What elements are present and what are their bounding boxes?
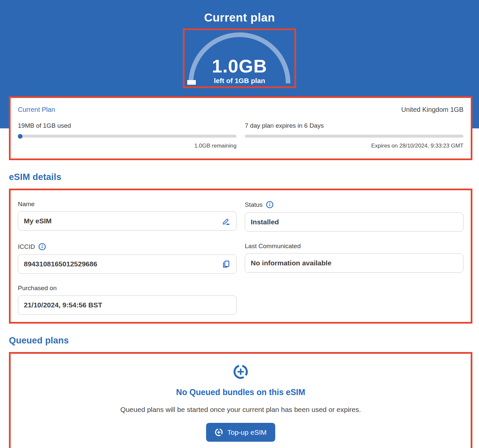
name-field-value: My eSIM bbox=[24, 217, 52, 225]
name-field[interactable]: My eSIM bbox=[18, 211, 237, 231]
time-usage-label: 7 day plan expires in 6 Days bbox=[245, 122, 463, 129]
field-status: Status Installed bbox=[245, 201, 463, 232]
last-communicated-field: No information available bbox=[245, 253, 463, 273]
pencil-icon bbox=[222, 217, 231, 226]
field-purchased-on: Purchased on 21/10/2024, 9:54:56 BST bbox=[18, 285, 237, 315]
top-up-esim-button[interactable]: Top-up eSIM bbox=[206, 423, 275, 442]
gauge-value: 1.0GB bbox=[185, 55, 294, 77]
data-usage-column: 19MB of 1GB used 1.0GB remaining bbox=[18, 122, 237, 149]
top-up-esim-button-label: Top-up eSIM bbox=[227, 428, 267, 436]
purchased-on-field: 21/10/2024, 9:54:56 BST bbox=[18, 295, 237, 315]
field-last-communicated: Last Communicated No information availab… bbox=[245, 243, 463, 274]
plan-region-label: United Kingdom 1GB bbox=[401, 106, 463, 113]
copy-iccid-button[interactable] bbox=[222, 260, 231, 269]
data-usage-progressbar bbox=[18, 135, 237, 138]
status-field-label: Status bbox=[245, 201, 263, 208]
add-to-queue-icon bbox=[215, 428, 223, 436]
queued-plans-heading: Queued plans bbox=[9, 336, 472, 346]
data-remaining-label: 1.0GB remaining bbox=[18, 143, 237, 149]
queued-empty-title: No Queued bundles on this eSIM bbox=[18, 387, 464, 397]
purchased-on-field-label: Purchased on bbox=[18, 285, 57, 292]
page-title: Current plan bbox=[0, 0, 479, 24]
expiry-label: Expires on 28/10/2024, 9:33:23 GMT bbox=[245, 143, 463, 149]
data-usage-label: 19MB of 1GB used bbox=[18, 122, 237, 129]
queued-empty-caption: Queued plans will be started once your c… bbox=[18, 406, 464, 414]
iccid-field-label: ICCID bbox=[18, 243, 35, 250]
annotation-box-gauge: 1.0GB left of 1GB plan bbox=[183, 28, 296, 88]
data-usage-progress-fill bbox=[18, 134, 22, 139]
status-field: Installed bbox=[245, 212, 463, 232]
gauge-caption: left of 1GB plan bbox=[185, 77, 294, 85]
annotation-box-esim-details: Name My eSIM Status bbox=[9, 189, 472, 324]
name-field-label: Name bbox=[18, 201, 35, 208]
field-iccid: ICCID 8943108165012529686 bbox=[18, 243, 237, 274]
time-usage-progressbar bbox=[245, 135, 463, 138]
iccid-field: 8943108165012529686 bbox=[18, 254, 237, 274]
field-name: Name My eSIM bbox=[18, 201, 237, 232]
edit-name-button[interactable] bbox=[222, 217, 231, 226]
last-communicated-field-value: No information available bbox=[251, 259, 331, 267]
info-icon[interactable] bbox=[266, 201, 274, 209]
time-usage-column: 7 day plan expires in 6 Days Expires on … bbox=[245, 122, 463, 149]
current-plan-link[interactable]: Current Plan bbox=[18, 106, 55, 113]
esim-details-heading: eSIM details bbox=[9, 172, 472, 182]
queued-plans-empty-state: No Queued bundles on this eSIM Queued pl… bbox=[11, 354, 471, 448]
last-communicated-field-label: Last Communicated bbox=[245, 243, 301, 250]
status-field-value: Installed bbox=[251, 218, 279, 226]
copy-icon bbox=[222, 260, 231, 269]
annotation-box-queued-plans: No Queued bundles on this eSIM Queued pl… bbox=[9, 352, 472, 448]
iccid-field-value: 8943108165012529686 bbox=[24, 260, 97, 268]
info-icon[interactable] bbox=[38, 243, 46, 251]
purchased-on-field-value: 21/10/2024, 9:54:56 BST bbox=[24, 301, 102, 309]
annotation-box-current-plan: Current Plan United Kingdom 1GB 19MB of … bbox=[9, 96, 472, 160]
add-to-queue-icon bbox=[233, 364, 248, 380]
